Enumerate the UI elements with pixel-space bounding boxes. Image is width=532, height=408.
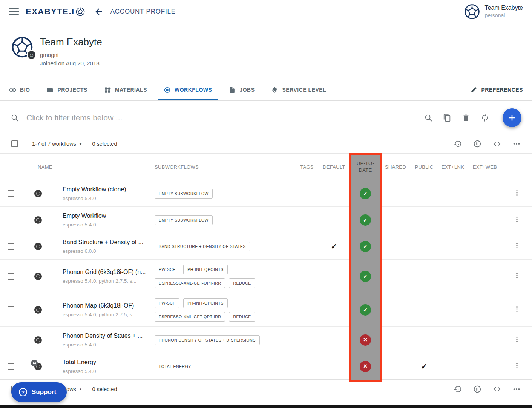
table-row[interactable]: Empty Workflow (clone)espresso 5.4.0EMPT… (0, 180, 532, 206)
row-menu-icon[interactable] (513, 216, 521, 225)
default-check-icon: ✓ (331, 242, 337, 251)
workflow-name[interactable]: Phonon Map (6k3q18i-OF) (63, 302, 149, 309)
support-button[interactable]: ? Support (11, 382, 67, 402)
filter-bar (0, 101, 532, 134)
tab-bio[interactable]: BIO (9, 79, 30, 100)
column-header-ext-web[interactable]: EXT+WEB (468, 164, 501, 170)
footer-actions (454, 385, 521, 393)
menu-icon[interactable] (9, 7, 19, 16)
table-row[interactable]: Band Structure + Density of ...espresso … (0, 233, 532, 259)
column-header-subworkflows[interactable]: SUBWORKFLOWS (149, 164, 296, 170)
profile-tabs: BIO PROJECTS MATERIALS WORKFLOWS (0, 79, 532, 101)
table-row[interactable]: Phonon Density of States + ...espresso 5… (0, 326, 532, 353)
subworkflow-chip: REDUCE (229, 312, 255, 322)
profile-joined-date: Joined on Aug 20, 2018 (40, 60, 102, 66)
table-row[interactable]: Phonon Grid (6k3q18i-OF) (n...espresso 5… (0, 259, 532, 293)
column-header-name[interactable]: NAME (22, 164, 149, 170)
tab-label: PROJECTS (57, 87, 87, 93)
tab-materials[interactable]: MATERIALS (104, 79, 147, 100)
pagination-dropdown[interactable]: 1-7 of 7 workflows ▾ (32, 141, 81, 147)
column-header-shared[interactable]: SHARED (380, 164, 411, 170)
plus-icon (507, 113, 517, 122)
account-chip[interactable]: Team Exabyte personal (464, 4, 523, 20)
code-icon[interactable] (493, 385, 501, 393)
pause-icon[interactable] (473, 140, 481, 148)
row-checkbox[interactable] (8, 363, 14, 370)
workflow-name[interactable]: Empty Workflow (63, 212, 149, 219)
filter-input[interactable] (26, 113, 417, 122)
select-all-checkbox[interactable] (11, 140, 18, 147)
column-header-tags[interactable]: TAGS (296, 164, 317, 170)
tab-jobs[interactable]: JOBS (228, 79, 255, 100)
profile-avatar: ☺ (11, 36, 33, 58)
table-row[interactable]: Total Energyespresso 5.4.0TOTAL ENERGY×✓ (0, 353, 532, 379)
tab-label: WORKFLOWS (175, 87, 212, 93)
pause-icon[interactable] (473, 385, 481, 393)
table-row[interactable]: Empty Workflowespresso 5.4.0EMPTY SUBWOR… (0, 206, 532, 233)
workflow-name[interactable]: Empty Workflow (clone) (63, 186, 149, 193)
add-workflow-button[interactable] (503, 108, 521, 127)
subworkflow-chip: PW-SCF (155, 265, 179, 274)
subworkflow-chip: ESPRESSO-XML-GET-QPT-IRR (155, 278, 225, 288)
workflow-icon (34, 306, 42, 314)
up-to-date-yes-icon: ✓ (360, 214, 371, 226)
row-checkbox[interactable] (8, 273, 14, 280)
profile-username: gmogni (40, 52, 102, 58)
logo-text: EXABYTE.I (26, 7, 75, 17)
tab-projects[interactable]: PROJECTS (46, 79, 87, 100)
row-menu-icon[interactable] (513, 305, 521, 314)
table-row[interactable]: Phonon Map (6k3q18i-OF)espresso 5.4.0, p… (0, 293, 532, 326)
row-menu-icon[interactable] (513, 272, 521, 281)
column-header-default[interactable]: DEFAULT (317, 164, 351, 170)
subworkflow-chip: TOTAL ENERGY (155, 362, 195, 371)
workflow-name[interactable]: Total Energy (63, 359, 149, 366)
back-arrow-icon[interactable] (94, 7, 104, 17)
delete-icon[interactable] (462, 114, 470, 122)
workflow-name[interactable]: Band Structure + Density of ... (63, 239, 149, 246)
default-cell: ✓ (317, 242, 351, 251)
row-checkbox[interactable] (8, 217, 14, 223)
row-checkbox[interactable] (8, 306, 14, 313)
tab-workflows[interactable]: WORKFLOWS (164, 79, 212, 100)
team-avatar-icon (464, 4, 480, 20)
logo-ball-icon (76, 7, 85, 16)
row-menu-icon[interactable] (513, 336, 521, 345)
user-face-badge-icon: ☺ (27, 50, 36, 60)
row-menu-icon[interactable] (513, 242, 521, 251)
workflow-applications: espresso 5.4.0 (63, 196, 149, 201)
preferences-label: PREFERENCES (481, 87, 523, 93)
more-icon[interactable] (512, 385, 521, 393)
row-checkbox[interactable] (8, 243, 14, 250)
more-icon[interactable] (512, 140, 521, 148)
column-header-ext-lnk[interactable]: EXT+LNK (437, 164, 468, 170)
row-menu-icon[interactable] (513, 189, 521, 198)
up-to-date-cell: ✓ (351, 271, 380, 282)
code-icon[interactable] (493, 140, 501, 148)
workflow-name[interactable]: Phonon Grid (6k3q18i-OF) (n... (63, 269, 149, 276)
up-to-date-cell: ✓ (351, 304, 380, 316)
sync-icon[interactable] (481, 114, 489, 122)
restore-icon[interactable] (454, 140, 462, 148)
subworkflow-chips: PW-SCFPH-INIT-QPOINTSESPRESSO-XML-GET-QP… (155, 298, 296, 322)
copy-icon[interactable] (443, 114, 451, 122)
workflow-icon (34, 216, 42, 224)
tab-label: MATERIALS (115, 87, 147, 93)
list-controls: 1-7 of 7 workflows ▾ 0 selected (0, 134, 532, 154)
column-header-up-to-date[interactable]: UP-TO-DATE (351, 160, 380, 173)
restore-icon[interactable] (454, 385, 462, 393)
column-header-public[interactable]: PUBLIC (411, 164, 437, 170)
subworkflow-chips: PW-SCFPH-INIT-QPOINTSESPRESSO-XML-GET-QP… (155, 265, 296, 288)
row-checkbox[interactable] (8, 337, 14, 343)
workflows-table: NAME SUBWORKFLOWS TAGS DEFAULT UP-TO-DAT… (0, 154, 532, 379)
workflow-name[interactable]: Phonon Density of States + ... (63, 333, 149, 339)
up-to-date-yes-icon: ✓ (360, 241, 371, 252)
row-menu-icon[interactable] (513, 362, 521, 371)
tab-service-level[interactable]: SERVICE LEVEL (271, 79, 326, 100)
preferences-button[interactable]: PREFERENCES (471, 86, 523, 93)
workflow-applications: espresso 6.0.0 (63, 248, 149, 254)
topbar: EXABYTE.I ACCOUNT PROFILE (0, 0, 532, 23)
account-type: personal (485, 12, 523, 18)
exabyte-logo[interactable]: EXABYTE.I (26, 7, 85, 17)
toolbar-search-icon[interactable] (424, 114, 432, 122)
row-checkbox[interactable] (8, 190, 14, 197)
